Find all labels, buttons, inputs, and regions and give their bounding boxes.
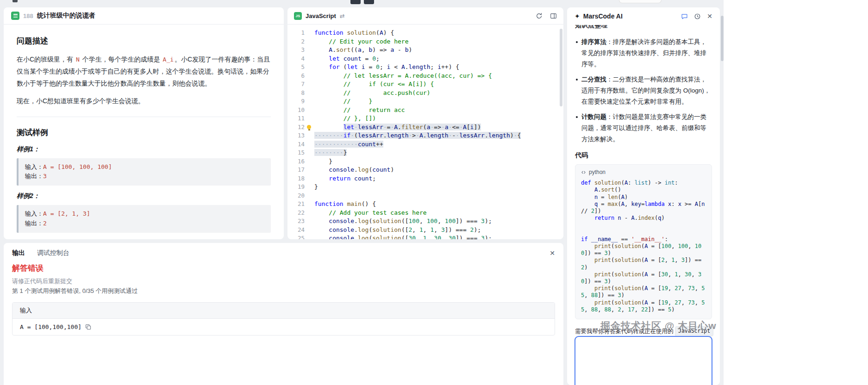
code-token: 27 (674, 299, 681, 306)
line-number: 5 (287, 63, 305, 72)
code-line-content: // } (314, 97, 563, 106)
page-scrollbar-thumb[interactable] (721, 16, 724, 61)
code-token: length (409, 63, 431, 70)
code-token: len (608, 194, 618, 200)
inline-code: N (75, 56, 81, 63)
code-line-content: // let lessArr = A.reduce((acc, cur) => … (314, 72, 563, 81)
code-line-content: let·lessArr·=·A.filter(a·=>·a·<=·A[i]) (314, 123, 563, 132)
code-line: 16 } (287, 157, 563, 166)
line-number: 19 (287, 183, 305, 192)
language-tab[interactable]: JavaScript (306, 12, 336, 19)
code-token: i (437, 63, 441, 70)
code-token: 30 (449, 235, 456, 239)
code-line-content: // Edit your code here (314, 37, 563, 46)
code-editor-area[interactable]: 1function solution(A) {2 // Edit your co… (287, 25, 563, 239)
code-section-heading: 代码 (575, 151, 712, 160)
code-token: ([ (401, 226, 409, 233)
code-token: . (332, 46, 336, 53)
code-token: 2 (591, 208, 594, 214)
code-token: index (638, 215, 655, 221)
code-token: ) => (372, 46, 390, 53)
code-token: 30 (409, 235, 416, 239)
code-token: if (343, 132, 351, 139)
line-number: 11 (287, 114, 305, 123)
chat-icon[interactable] (681, 13, 688, 20)
ai-chat-input[interactable] (575, 336, 712, 385)
code-token (314, 217, 329, 224)
code-line-content: // if (cur <= A[i]) { (314, 80, 563, 89)
code-line-content: for (let i = 0; i < A.length; i++) { (314, 63, 563, 72)
gutter (305, 166, 314, 174)
ai-close-icon[interactable]: ✕ (707, 12, 712, 20)
gutter (305, 123, 314, 132)
code-line: 3 A.sort((a, b) => a - b) (287, 46, 563, 55)
console-tab-bar: 输出 调试控制台 ✕ (4, 243, 563, 261)
code-token: , (688, 243, 694, 249)
code-line: 10 // return acc (287, 106, 563, 115)
gutter (305, 46, 314, 55)
gutter (305, 63, 314, 72)
code-token: } (314, 158, 332, 165)
code-token: return (329, 175, 350, 182)
python-code-line: A.sort() (581, 186, 706, 193)
code-token: __name__ (591, 236, 618, 242)
code-token: ) (584, 264, 587, 271)
code-token: , (584, 292, 591, 298)
python-lang-label: python (589, 169, 606, 175)
sample-output-value: 3 (43, 173, 47, 180)
bullet-item: 二分查找：二分查找是一种高效的查找算法，适用于有序数组。它的时间复杂度为 O(l… (575, 74, 712, 107)
code-token: ( (423, 124, 427, 130)
sample-input-row: 输入：A = [100, 100, 100] (25, 162, 264, 172)
testcase-input-header: 输入 (12, 303, 555, 319)
code-token: , (665, 257, 671, 263)
ai-panel-header: ✦ MarsCode AI ✕ (567, 7, 720, 25)
line-number: 1 (287, 29, 305, 37)
code-token: solution (347, 29, 376, 36)
code-token: // if (cur <= A[i]) { (343, 81, 434, 87)
quickfix-lightbulb-icon[interactable] (307, 125, 311, 129)
gutter (305, 80, 314, 89)
code-token: , (681, 285, 688, 292)
code-token (314, 124, 343, 130)
code-line-content: console.log(solution([100, 100, 100]) ==… (314, 217, 563, 226)
editor-scrollbar-thumb[interactable] (560, 29, 562, 106)
code-token: . (354, 226, 358, 233)
code-token: - (394, 46, 405, 53)
code-token (581, 194, 594, 200)
sample-input-label: 输入： (25, 163, 43, 170)
switch-language-icon[interactable]: ⇄ (340, 12, 345, 19)
code-token (314, 226, 329, 233)
sample-label: 样例1： (17, 145, 271, 154)
history-icon[interactable] (694, 13, 701, 20)
python-code-line: def solution(A: list) -> int: (581, 180, 706, 186)
browser-chrome-button-fragment (364, 0, 374, 4)
gutter (305, 192, 314, 200)
code-token: filter (401, 124, 423, 130)
code-token: A (380, 29, 383, 36)
gutter (305, 174, 314, 183)
tab-debug-console[interactable]: 调试控制台 (37, 249, 69, 257)
code-token: 2 (661, 257, 664, 263)
reset-code-icon[interactable] (536, 12, 543, 19)
code-line-content (314, 192, 563, 200)
code-token: x (678, 201, 681, 207)
line-number: 18 (287, 174, 305, 183)
code-line: 8 // acc.push(cur) (287, 89, 563, 98)
code-line: 14············count++ (287, 140, 563, 149)
gutter (305, 89, 314, 98)
tab-output[interactable]: 输出 (12, 249, 25, 257)
marscode-ai-panel: ✦ MarsCode AI ✕ 知识点整理 排序算法：排序是解决许多问题的基本工… (567, 7, 720, 385)
code-token: log (358, 217, 368, 224)
line-number: 9 (287, 97, 305, 106)
bullet-term: 计数问题 (581, 113, 606, 120)
code-token: . (635, 215, 638, 221)
code-token: , (678, 271, 685, 278)
code-token: 100 (445, 217, 456, 224)
code-token: 88 (591, 292, 598, 298)
copy-icon[interactable] (85, 324, 91, 330)
code-token: function (314, 29, 343, 36)
layout-toggle-icon[interactable] (550, 12, 557, 19)
samples-container: 样例1：输入：A = [100, 100, 100]输出：3样例2：输入：A =… (17, 145, 271, 239)
console-close-icon[interactable]: ✕ (550, 250, 555, 256)
code-token: . (354, 235, 358, 239)
